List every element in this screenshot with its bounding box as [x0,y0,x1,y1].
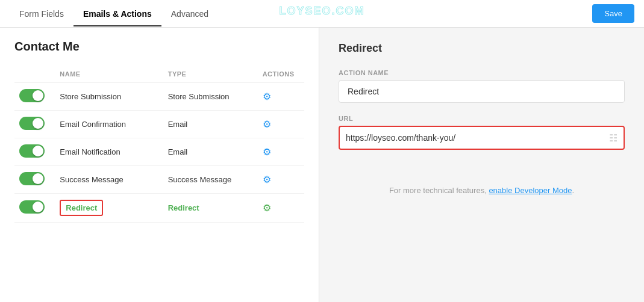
toggle-switch[interactable] [19,172,45,185]
toggle-switch[interactable] [19,89,45,102]
row-type: Email [168,120,188,129]
row-name: Store Submission [60,92,121,101]
table-row: Success MessageSuccess Message⚙ [14,166,304,194]
gear-icon[interactable]: ⚙ [263,203,271,213]
panel-title: Redirect [339,42,625,55]
row-actions-cell: ⚙ [258,138,304,166]
row-name-cell: Email Notification [55,138,163,166]
row-type: Redirect [168,203,199,212]
toggle-switch[interactable] [19,117,45,130]
tab-advanced[interactable]: Advanced [161,2,218,26]
dev-mode-link[interactable]: enable Developer Mode [489,186,572,195]
action-name-input[interactable] [339,80,625,103]
row-name-cell: Success Message [55,166,163,194]
url-input[interactable] [346,127,604,149]
actions-table: NAME TYPE ACTIONS Store SubmissionStore … [14,66,304,223]
action-name-group: ACTION NAME [339,69,625,103]
tab-form-fields[interactable]: Form Fields [10,2,73,26]
row-name: Success Message [60,175,123,184]
gear-icon[interactable]: ⚙ [263,147,271,157]
row-type-cell: Success Message [163,166,258,194]
dev-mode-prefix: For more technical features, [389,186,489,195]
col-header-name: NAME [55,66,163,83]
row-actions-cell: ⚙ [258,166,304,194]
row-name: Email Confirmation [60,120,126,129]
row-actions-cell: ⚙ [258,194,304,223]
row-actions-cell: ⚙ [258,111,304,138]
row-type: Success Message [168,175,232,184]
tab-bar: Form Fields Emails & Actions Advanced LO… [0,0,644,28]
gear-icon[interactable]: ⚙ [263,174,271,185]
toggle-cell [14,194,55,223]
row-name: Email Notification [60,147,120,156]
table-row: Email NotificationEmail⚙ [14,138,304,166]
row-type-cell: Email [163,111,258,138]
row-type-cell: Store Submission [163,83,258,111]
toggle-cell [14,138,55,166]
row-type-cell: Redirect [163,194,258,223]
url-group: URL ☷ [339,115,625,150]
tab-emails-actions[interactable]: Emails & Actions [73,2,161,26]
row-name[interactable]: Redirect [60,200,103,216]
dev-mode-text: For more technical features, enable Deve… [339,186,625,195]
table-row: Email ConfirmationEmail⚙ [14,111,304,138]
col-header-type: TYPE [163,66,258,83]
gear-icon[interactable]: ⚙ [263,91,271,102]
row-type-cell: Email [163,138,258,166]
gear-icon[interactable]: ⚙ [263,119,271,129]
right-panel: Redirect ACTION NAME URL ☷ For more tech… [319,28,644,302]
row-type: Email [168,147,188,156]
watermark: LOYSEO.COM [279,5,364,17]
toggle-cell [14,83,55,111]
row-name-cell: Redirect [55,194,163,223]
save-button[interactable]: Save [592,4,634,23]
toggle-cell [14,166,55,194]
row-type: Store Submission [168,92,230,101]
toggle-switch[interactable] [19,200,45,214]
action-name-label: ACTION NAME [339,69,625,76]
row-actions-cell: ⚙ [258,83,304,111]
url-input-wrapper: ☷ [339,126,625,150]
row-name-cell: Store Submission [55,83,163,111]
main-content: Contact Me NAME TYPE ACTIONS Store Submi… [0,28,644,302]
dev-mode-period: . [572,186,574,195]
toggle-switch[interactable] [19,144,45,158]
table-row: RedirectRedirect⚙ [14,194,304,223]
url-label: URL [339,115,625,122]
col-header-toggle [14,66,55,83]
toggle-cell [14,111,55,138]
row-name-cell: Email Confirmation [55,111,163,138]
copy-icon: ☷ [609,132,617,144]
table-row: Store SubmissionStore Submission⚙ [14,83,304,111]
form-title: Contact Me [14,40,304,54]
col-header-actions: ACTIONS [258,66,304,83]
left-panel: Contact Me NAME TYPE ACTIONS Store Submi… [0,28,319,302]
